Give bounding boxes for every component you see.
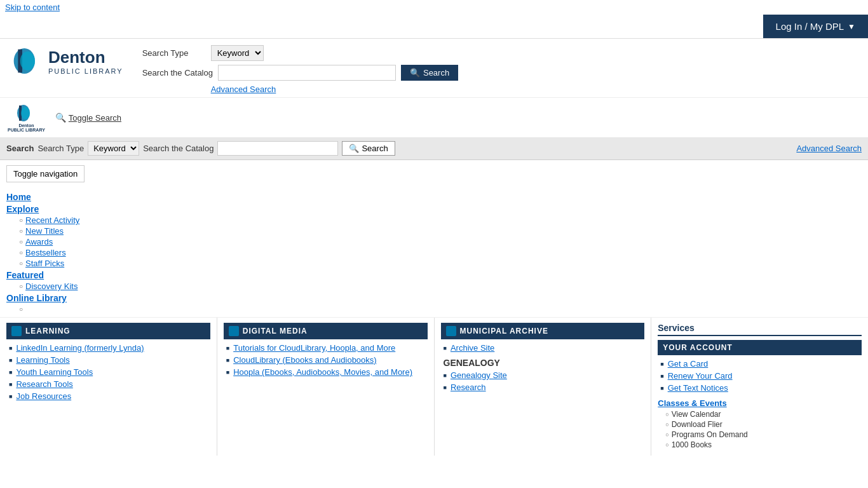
municipal-archive-header: MUNICIPAL ARCHIVE — [441, 323, 645, 339]
nav-sub-item: Awards — [19, 237, 868, 247]
nav-link-home[interactable]: Home — [6, 192, 31, 202]
genealogy-site-link[interactable]: Genealogy Site — [451, 370, 507, 380]
digital-media-header: DIGITAL MEDIA — [224, 323, 428, 339]
secondary-search-type-select[interactable]: Keyword Title Author Subject — [88, 141, 139, 156]
nav-link-featured[interactable]: Featured — [6, 270, 44, 280]
toggle-nav-label: Toggle navigation — [13, 169, 78, 179]
secondary-search-icon: 🔍 — [349, 144, 359, 153]
toggle-search-link[interactable]: Toggle Search — [69, 113, 121, 123]
nav-sub-featured: Discovery Kits — [6, 281, 868, 291]
get-text-notices-link[interactable]: Get Text Notices — [668, 383, 728, 393]
genealogy-heading: GENEALOGY — [444, 358, 500, 368]
research-tools-link[interactable]: Research Tools — [16, 379, 72, 389]
nav-list: Home Explore Recent Activity New Titles … — [0, 192, 868, 313]
toggle-nav-button[interactable]: Toggle navigation — [6, 165, 85, 182]
search-catalog-label: Search the Catalog — [142, 68, 213, 78]
learning-header-label: LEARNING — [25, 327, 71, 336]
header: Denton PUBLIC LIBRARY Search Type Keywor… — [0, 39, 868, 97]
dpl-logo-icon — [13, 45, 44, 77]
nav-sub-link-discovery-kits[interactable]: Discovery Kits — [25, 281, 78, 291]
nav-sub-link-staff-picks[interactable]: Staff Picks — [25, 259, 64, 268]
nav-sub-link-awards[interactable]: Awards — [25, 237, 53, 247]
logo-name: Denton — [48, 48, 123, 67]
list-item: Research Tools — [9, 379, 210, 389]
secondary-search-bar: Search Search Type Keyword Title Author … — [0, 137, 868, 160]
nav-sub-online-library — [6, 304, 868, 313]
youth-learning-tools-link[interactable]: Youth Learning Tools — [16, 367, 93, 377]
nav-sub-link-recent-activity[interactable]: Recent Activity — [25, 215, 79, 225]
cloudlibrary-link[interactable]: CloudLibrary (Ebooks and Audiobooks) — [233, 355, 376, 365]
secondary-search-btn-label: Search — [362, 144, 388, 153]
list-item: CloudLibrary (Ebooks and Audiobooks) — [226, 355, 428, 365]
list-item: Programs On Demand — [665, 430, 747, 439]
learning-tools-link[interactable]: Learning Tools — [16, 355, 69, 365]
list-item: Get a Card — [660, 359, 862, 369]
logo-subtitle: PUBLIC LIBRARY — [48, 67, 123, 75]
classes-events-section: Classes & Events View Calendar Download … — [658, 398, 862, 451]
learning-items: LinkedIn Learning (formerly Lynda) Learn… — [6, 343, 210, 401]
online-lib-expanded: LEARNING LinkedIn Learning (formerly Lyn… — [0, 317, 868, 456]
nav-sub-explore: Recent Activity New Titles Awards Bestse… — [6, 215, 868, 268]
list-item: Research — [444, 383, 645, 392]
municipal-archive-header-label: MUNICIPAL ARCHIVE — [460, 327, 548, 336]
services-header: Services — [658, 323, 862, 336]
nav-sub-link-bestsellers[interactable]: Bestsellers — [25, 248, 66, 257]
tutorials-link[interactable]: Tutorials for CloudLibrary, Hoopla, and … — [233, 343, 395, 353]
list-item: Job Resources — [9, 391, 210, 401]
secondary-search-type-label: Search Type — [37, 144, 84, 153]
login-button[interactable]: Log In / My DPL ▼ — [763, 15, 868, 38]
nav-sub-item-placeholder — [19, 304, 868, 313]
renew-card-link[interactable]: Renew Your Card — [668, 371, 733, 381]
top-bar: Log In / My DPL ▼ — [0, 15, 868, 39]
dropdown-arrow-icon: ▼ — [848, 22, 855, 31]
nav-sub-item: Recent Activity — [19, 215, 868, 225]
digital-media-header-label: DIGITAL MEDIA — [243, 327, 308, 336]
job-resources-link[interactable]: Job Resources — [16, 391, 71, 401]
logo: Denton PUBLIC LIBRARY — [13, 45, 123, 77]
search-button[interactable]: 🔍 Search — [401, 65, 458, 81]
main-nav: Home Explore Recent Activity New Titles … — [0, 187, 868, 317]
search-input[interactable] — [218, 65, 396, 81]
list-item: View Calendar — [665, 410, 747, 419]
search-type-select[interactable]: Keyword Title Author Subject Series — [211, 45, 264, 61]
list-item: Youth Learning Tools — [9, 367, 210, 377]
search-icon: 🔍 — [410, 68, 420, 78]
hoopla-link[interactable]: Hoopla (Ebooks, Audiobooks, Movies, and … — [233, 367, 412, 377]
nav-link-explore[interactable]: Explore — [6, 204, 39, 214]
secondary-logo-text: DentonPUBLIC LIBRARY — [8, 123, 45, 132]
list-item: Learning Tools — [9, 355, 210, 365]
nav-item-explore: Explore Recent Activity New Titles Award… — [6, 204, 868, 268]
secondary-advanced-search-link[interactable]: Advanced Search — [796, 144, 862, 153]
secondary-search-button[interactable]: 🔍 Search — [342, 141, 395, 156]
nav-link-online-library[interactable]: Online Library — [6, 293, 67, 303]
nav-sub-item: Staff Picks — [19, 259, 868, 268]
get-card-link[interactable]: Get a Card — [668, 359, 709, 369]
secondary-logo: DentonPUBLIC LIBRARY — [8, 103, 45, 132]
list-item: Genealogy Site — [444, 370, 645, 380]
toggle-search-icon: 🔍 — [55, 112, 66, 123]
services-column: Services YOUR ACCOUNT Get a Card Renew Y… — [651, 318, 868, 456]
learning-header-icon — [11, 326, 22, 336]
classes-events-link[interactable]: Classes & Events — [658, 398, 726, 408]
learning-column: LEARNING LinkedIn Learning (formerly Lyn… — [0, 318, 217, 456]
nav-sub-item: Discovery Kits — [19, 281, 868, 291]
nav-item-featured: Featured Discovery Kits — [6, 270, 868, 291]
svg-point-2 — [20, 51, 35, 71]
classes-events-sub: View Calendar Download Flier Programs On… — [658, 410, 747, 449]
login-label: Log In / My DPL — [776, 21, 844, 32]
account-items: Get a Card Renew Your Card Get Text Noti… — [658, 359, 862, 393]
advanced-search-link[interactable]: Advanced Search — [211, 85, 459, 94]
1000-books-label: 1000 Books — [672, 440, 712, 449]
toggle-search-label: Toggle Search — [69, 113, 121, 123]
secondary-search-input[interactable] — [217, 141, 338, 156]
secondary-catalog-label: Search the Catalog — [143, 144, 214, 153]
nav-sub-link-new-titles[interactable]: New Titles — [25, 226, 64, 236]
linkedin-learning-link[interactable]: LinkedIn Learning (formerly Lynda) — [16, 343, 144, 353]
nav-item-home: Home — [6, 192, 868, 202]
skip-link[interactable]: Skip to content — [0, 0, 868, 15]
nav-sub-item: New Titles — [19, 226, 868, 236]
genealogy-research-link[interactable]: Research — [451, 383, 486, 392]
list-item: Archive Site — [444, 343, 645, 353]
archive-site-link[interactable]: Archive Site — [451, 343, 494, 353]
toggle-nav-area: Toggle navigation — [0, 160, 868, 187]
